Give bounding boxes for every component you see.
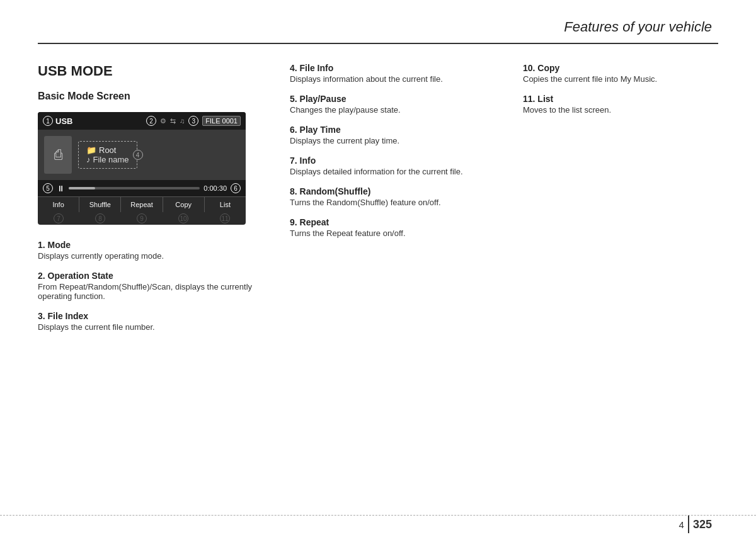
repeat-button[interactable]: Repeat (121, 197, 163, 212)
desc-item-1: 1. Mode Displays currently operating mod… (38, 240, 265, 261)
desc-item-8: 8. Random(Shuffle) Turns the Random(Shuf… (290, 186, 504, 207)
desc-text-3: Displays the current file number. (38, 322, 265, 332)
play-pause-icon: ⏸ (57, 184, 65, 193)
circle-5: 5 (43, 183, 53, 193)
circle-8: 8 (95, 213, 105, 223)
desc-text-1: Displays currently operating mode. (38, 251, 265, 261)
footer-divider (0, 515, 756, 516)
desc-text-5: Changes the play/pause state. (290, 105, 504, 115)
circle-10: 10 (178, 213, 188, 223)
folder-icon: 📁 (86, 145, 96, 155)
usb-device-icon: ⎙ (54, 147, 62, 163)
desc-text-9: Turns the Repeat feature on/off. (290, 229, 504, 238)
desc-item-3: 3. File Index Displays the current file … (38, 311, 265, 332)
info-button[interactable]: Info (38, 197, 79, 212)
music-note-icon: ♪ (86, 155, 91, 164)
circle-6: 6 (231, 183, 241, 193)
desc-label-5: 5. Play/Pause (290, 94, 504, 104)
desc-text-7: Displays detailed information for the cu… (290, 167, 504, 176)
circle-2: 2 (146, 116, 156, 126)
usb-text: USB (55, 116, 72, 126)
desc-text-8: Turns the Random(Shuffle) feature on/off… (290, 198, 504, 207)
page-title: Features of your vehicle (564, 19, 712, 35)
footer-divider-bar (688, 516, 689, 533)
desc-item-4: 4. File Info Displays information about … (290, 63, 504, 84)
settings-icon: ⚙ (160, 117, 166, 125)
usb-screen-buttons: Info Shuffle Repeat Copy List (38, 196, 246, 212)
desc-text-4: Displays information about the current f… (290, 74, 504, 84)
circle-1: 1 (43, 116, 53, 126)
top-icons: 2 ⚙ ⇆ ♫ 3 FILE 0001 (146, 116, 241, 126)
left-column: USB MODE Basic Mode Screen 1 USB 2 ⚙ ⇆ ♫… (38, 63, 265, 342)
copy-button[interactable]: Copy (163, 197, 205, 212)
desc-item-11: 11. List Moves to the list screen. (523, 94, 737, 115)
usb-screen-middle: ⎙ 📁 Root ♪ File name 4 (38, 130, 246, 180)
desc-label-7: 7. Info (290, 155, 504, 166)
bluetooth-icon: ⇆ (170, 117, 176, 125)
progress-bar-fill (69, 187, 95, 189)
desc-label-4: 4. File Info (290, 63, 504, 73)
desc-label-11: 11. List (523, 94, 737, 104)
desc-item-2: 2. Operation State From Repeat/Random(Sh… (38, 271, 265, 301)
usb-file-name: ♪ File name (86, 155, 129, 164)
header-divider (38, 43, 718, 44)
basic-mode-title: Basic Mode Screen (38, 91, 265, 102)
progress-bar (69, 187, 200, 189)
usb-mode-title: USB MODE (38, 63, 265, 79)
music-icon: ♫ (180, 117, 185, 125)
middle-column: 4. File Info Displays information about … (290, 63, 504, 248)
circle-9: 9 (137, 213, 147, 223)
header: Features of your vehicle (0, 0, 756, 57)
usb-icon-area: ⎙ (44, 136, 72, 174)
desc-label-3: 3. File Index (38, 311, 265, 321)
desc-label-8: 8. Random(Shuffle) (290, 186, 504, 196)
footer-chapter: 4 (679, 519, 684, 530)
footer-page-info: 4 325 (679, 516, 712, 533)
desc-item-9: 9. Repeat Turns the Repeat feature on/of… (290, 217, 504, 238)
desc-text-11: Moves to the list screen. (523, 105, 737, 115)
usb-screen-progress: 5 ⏸ 0:00:30 6 (38, 180, 246, 196)
desc-label-2: 2. Operation State (38, 271, 265, 281)
file-index-badge: FILE 0001 (202, 116, 241, 126)
desc-label-10: 10. Copy (523, 63, 737, 73)
button-numbering: 7 8 9 10 11 (38, 212, 246, 225)
time-display: 0:00:30 (203, 184, 227, 192)
desc-item-6: 6. Play Time Displays the current play t… (290, 125, 504, 145)
desc-text-2: From Repeat/Random(Shuffle)/Scan, displa… (38, 282, 265, 301)
circle-11: 11 (220, 213, 230, 223)
desc-label-6: 6. Play Time (290, 125, 504, 135)
right-column: 10. Copy Copies the current file into My… (523, 63, 737, 125)
desc-text-10: Copies the current file into My Music. (523, 74, 737, 84)
list-button[interactable]: List (205, 197, 246, 212)
shuffle-button[interactable]: Shuffle (79, 197, 121, 212)
desc-label-9: 9. Repeat (290, 217, 504, 227)
desc-label-1: 1. Mode (38, 240, 265, 250)
usb-screen: 1 USB 2 ⚙ ⇆ ♫ 3 FILE 0001 ⎙ (38, 112, 246, 225)
desc-item-5: 5. Play/Pause Changes the play/pause sta… (290, 94, 504, 115)
circle-4: 4 (133, 150, 143, 160)
usb-folder-name: 📁 Root (86, 145, 129, 155)
usb-screen-top-bar: 1 USB 2 ⚙ ⇆ ♫ 3 FILE 0001 (38, 112, 246, 130)
content-area: USB MODE Basic Mode Screen 1 USB 2 ⚙ ⇆ ♫… (38, 63, 718, 504)
circle-7: 7 (54, 213, 64, 223)
usb-mode-label: 1 USB (43, 116, 72, 126)
usb-file-info: 📁 Root ♪ File name 4 (78, 141, 137, 169)
desc-text-6: Displays the current play time. (290, 136, 504, 145)
desc-item-10: 10. Copy Copies the current file into My… (523, 63, 737, 84)
circle-3: 3 (188, 116, 198, 126)
desc-item-7: 7. Info Displays detailed information fo… (290, 155, 504, 176)
footer-page-number: 325 (693, 518, 712, 531)
